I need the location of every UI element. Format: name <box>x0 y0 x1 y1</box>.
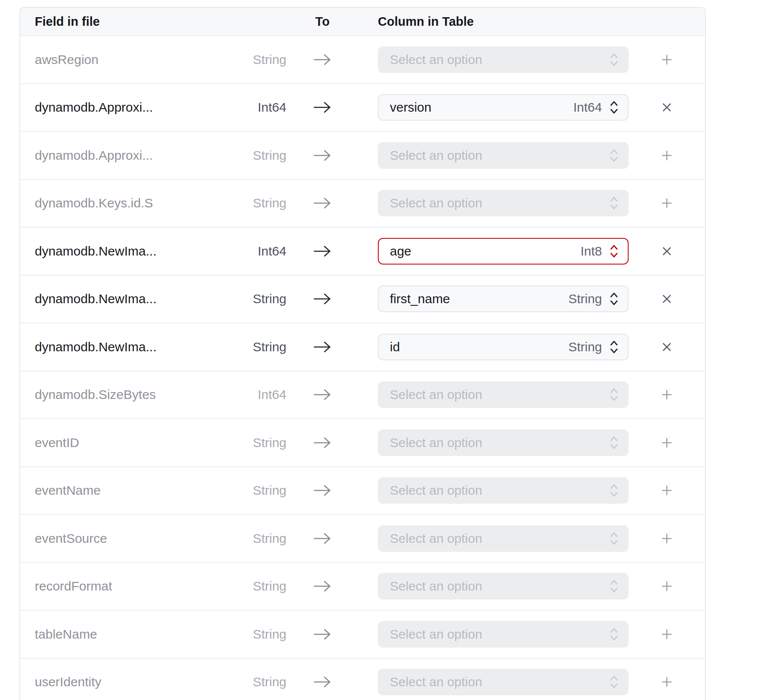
action-cell <box>629 144 705 167</box>
select-cell: id String <box>378 334 629 360</box>
remove-mapping-button[interactable] <box>656 240 678 262</box>
column-select: Select an option <box>378 669 629 695</box>
select-cell: Select an option <box>378 621 629 648</box>
add-mapping-button[interactable] <box>656 623 678 645</box>
select-value: Select an option <box>390 675 609 689</box>
arrow-right-icon <box>313 340 332 354</box>
field-name: dynamodb.NewIma... <box>35 244 215 259</box>
select-value: Select an option <box>390 483 609 498</box>
column-select[interactable]: first_name String <box>378 286 629 312</box>
column-select: Select an option <box>378 46 629 73</box>
plus-icon <box>661 389 673 401</box>
field-type: Int64 <box>215 244 286 259</box>
close-icon <box>661 246 672 257</box>
field-type: String <box>215 675 286 689</box>
mapping-row: dynamodb.Keys.id.S String Select an opti… <box>20 179 705 227</box>
add-mapping-button[interactable] <box>656 49 678 71</box>
arrow-cell <box>286 388 359 402</box>
add-mapping-button[interactable] <box>656 671 678 693</box>
column-select: Select an option <box>378 621 629 648</box>
unfold-icon <box>609 674 619 690</box>
field-name: dynamodb.Keys.id.S <box>35 196 215 210</box>
unfold-icon <box>609 243 619 259</box>
arrow-right-icon <box>313 675 332 689</box>
remove-mapping-button[interactable] <box>656 336 678 358</box>
field-name: awsRegion <box>35 52 215 67</box>
arrow-right-icon <box>313 532 332 545</box>
add-mapping-button[interactable] <box>656 575 678 597</box>
field-name: dynamodb.SizeBytes <box>35 387 215 402</box>
unfold-icon <box>609 147 619 164</box>
column-select: Select an option <box>378 573 629 600</box>
select-value: Select an option <box>390 627 609 642</box>
remove-mapping-button[interactable] <box>656 288 678 310</box>
mapping-row: dynamodb.Approxi... Int64 version Int64 <box>20 83 705 131</box>
arrow-right-icon <box>313 196 332 210</box>
column-select[interactable]: id String <box>378 334 629 360</box>
field-type: String <box>215 148 286 163</box>
mapping-row: eventID String Select an option <box>20 418 705 466</box>
add-mapping-button[interactable] <box>656 432 678 454</box>
select-cell: Select an option <box>378 525 629 552</box>
select-cell: Select an option <box>378 429 629 456</box>
close-icon <box>661 293 672 304</box>
arrow-cell <box>286 484 359 497</box>
add-mapping-button[interactable] <box>656 144 678 167</box>
mapping-row: dynamodb.NewIma... String first_name Str… <box>20 275 705 323</box>
field-name: dynamodb.NewIma... <box>35 340 215 354</box>
remove-mapping-button[interactable] <box>656 96 678 119</box>
column-select: Select an option <box>378 190 629 216</box>
field-type: Int64 <box>215 387 286 402</box>
field-type: Int64 <box>215 100 286 115</box>
field-name: dynamodb.NewIma... <box>35 292 215 306</box>
column-select[interactable]: version Int64 <box>378 94 629 121</box>
select-cell: Select an option <box>378 190 629 216</box>
select-cell: age Int8 <box>378 238 629 265</box>
select-value: Select an option <box>390 387 609 402</box>
select-cell: Select an option <box>378 381 629 408</box>
select-cell: Select an option <box>378 142 629 169</box>
unfold-icon <box>609 482 619 499</box>
add-mapping-button[interactable] <box>656 527 678 550</box>
field-name: tableName <box>35 627 215 642</box>
column-select: Select an option <box>378 142 629 169</box>
column-select[interactable]: age Int8 <box>378 238 629 265</box>
arrow-right-icon <box>313 149 332 162</box>
unfold-icon <box>609 291 619 307</box>
arrow-cell <box>286 532 359 545</box>
mapping-row: dynamodb.SizeBytes Int64 Select an optio… <box>20 371 705 419</box>
field-type: String <box>215 435 286 450</box>
select-type: Int64 <box>573 100 602 115</box>
add-mapping-button[interactable] <box>656 479 678 502</box>
mapping-row: userIdentity String Select an option <box>20 658 705 700</box>
action-cell <box>629 383 705 406</box>
action-cell <box>629 623 705 645</box>
select-cell: Select an option <box>378 46 629 73</box>
arrow-cell <box>286 53 359 67</box>
select-value: age <box>390 244 581 259</box>
select-value: Select an option <box>390 579 609 593</box>
mapping-row: dynamodb.Approxi... String Select an opt… <box>20 131 705 179</box>
arrow-cell <box>286 675 359 689</box>
add-mapping-button[interactable] <box>656 192 678 214</box>
arrow-right-icon <box>313 579 332 593</box>
field-name: eventSource <box>35 531 215 546</box>
arrow-cell <box>286 579 359 593</box>
arrow-right-icon <box>313 388 332 402</box>
field-name: dynamodb.Approxi... <box>35 148 215 163</box>
field-type: String <box>215 483 286 498</box>
header-column-in-table: Column in Table <box>378 15 474 29</box>
arrow-right-icon <box>313 53 332 67</box>
plus-icon <box>661 54 673 66</box>
action-cell <box>629 96 705 119</box>
plus-icon <box>661 676 673 688</box>
mapping-row: tableName String Select an option <box>20 610 705 658</box>
field-name: userIdentity <box>35 675 215 689</box>
arrow-cell <box>286 340 359 354</box>
header-to: To <box>286 15 359 29</box>
add-mapping-button[interactable] <box>656 383 678 406</box>
unfold-icon <box>609 99 619 116</box>
action-cell <box>629 479 705 502</box>
unfold-icon <box>609 339 619 355</box>
field-type: String <box>215 340 286 354</box>
